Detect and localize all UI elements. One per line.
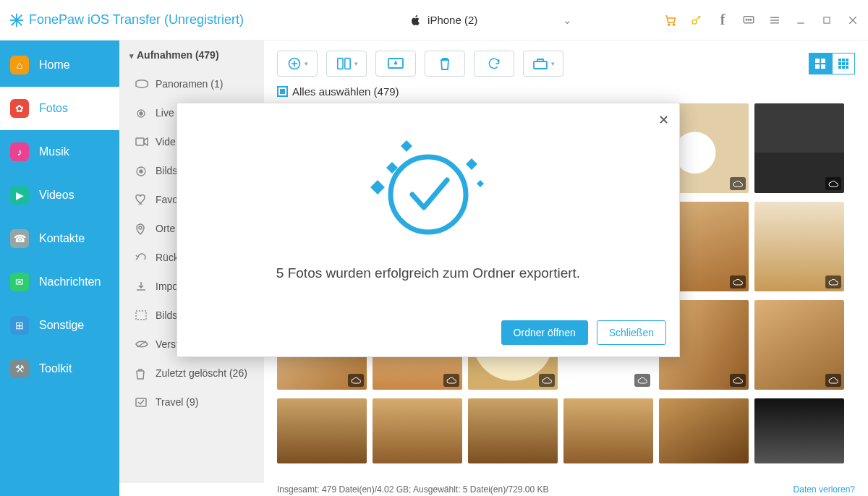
close-button[interactable]: Schließen (597, 320, 666, 345)
open-folder-button[interactable]: Ordner öffnen (501, 320, 588, 345)
svg-point-52 (391, 157, 466, 232)
close-icon[interactable]: ✕ (658, 112, 669, 128)
modal-overlay: ✕ 5 Fotos wurden erfolgreich zum Ordner … (0, 0, 868, 496)
dialog-message: 5 Fotos wurden erfolgreich zum Ordner ex… (177, 265, 679, 281)
svg-marker-50 (466, 158, 477, 170)
success-art (177, 103, 679, 245)
svg-marker-51 (477, 180, 484, 187)
svg-marker-47 (370, 180, 385, 194)
svg-marker-49 (401, 140, 412, 152)
export-success-dialog: ✕ 5 Fotos wurden erfolgreich zum Ordner … (176, 103, 680, 357)
